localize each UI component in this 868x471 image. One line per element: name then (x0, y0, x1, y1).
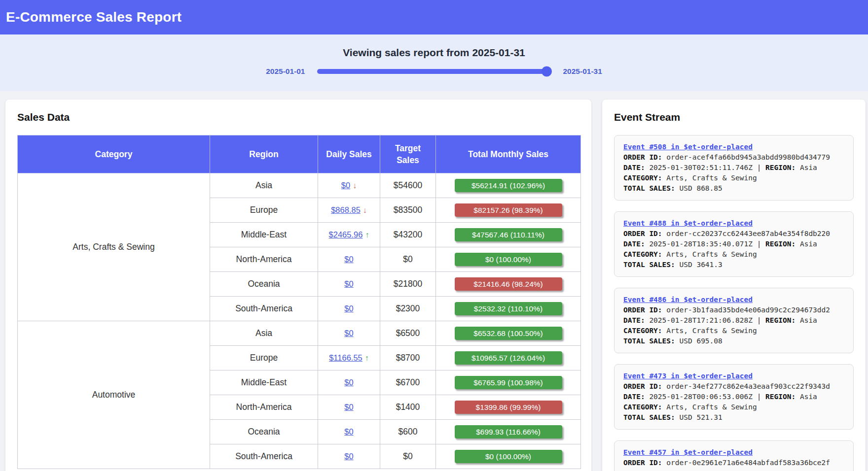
target-sales-cell: $6700 (380, 370, 436, 395)
event-field-value: order-cc20237cc62443ee87ab4e354f8db220 (662, 230, 830, 237)
target-sales-cell: $2300 (380, 297, 436, 321)
event-detail-line: TOTAL SALES: USD 695.08 (623, 336, 844, 346)
slider-end-label: 2025-01-31 (563, 67, 602, 76)
monthly-sales-cell: $21416.46 (98.24%) (436, 272, 581, 297)
event-stream-title: Event Stream (614, 111, 854, 123)
event-link[interactable]: Event #457 in $et-order-placed (623, 447, 753, 458)
daily-sales-link[interactable]: $0 (344, 255, 353, 264)
monthly-sales-badge: $699.93 (116.66%) (455, 425, 562, 438)
event-field-value: Arts, Crafts & Sewing (662, 403, 757, 411)
sales-panel: Sales Data CategoryRegionDaily SalesTarg… (5, 100, 591, 471)
monthly-sales-badge: $1399.86 (99.99%) (455, 401, 562, 414)
event-stream-panel: Event Stream Event #508 in $et-order-pla… (602, 100, 866, 471)
event-field-label: CATEGORY: (623, 250, 662, 258)
daily-sales-cell: $0 (318, 395, 380, 420)
event-field-value: Asia (796, 240, 817, 248)
event-detail-line: ORDER ID: order-acef4fa66bd945a3abdd9980… (623, 152, 844, 163)
event-field-label: CATEGORY: (623, 403, 662, 411)
event-field-value: 2025-01-28T18:35:40.071Z | (645, 240, 765, 248)
trend-down-icon: ↓ (363, 206, 367, 215)
event-field-label: CATEGORY: (623, 327, 662, 335)
category-cell: Automotive (18, 321, 210, 469)
target-sales-cell: $21800 (380, 272, 436, 297)
date-slider-thumb[interactable] (542, 67, 552, 77)
event-link[interactable]: Event #488 in $et-order-placed (623, 218, 753, 229)
monthly-sales-cell: $6765.99 (100.98%) (436, 370, 581, 395)
daily-sales-link[interactable]: $0 (344, 279, 353, 288)
target-sales-cell: $6500 (380, 321, 436, 346)
target-sales-cell: $43200 (380, 223, 436, 247)
event-detail-line: CATEGORY: Arts, Crafts & Sewing (623, 249, 844, 260)
event-field-label: DATE: (623, 393, 645, 401)
daily-sales-link[interactable]: $0 (341, 181, 350, 190)
daily-sales-cell: $868.85↓ (318, 198, 380, 223)
daily-sales-cell: $0 (318, 444, 380, 469)
daily-sales-link[interactable]: $868.85 (331, 205, 361, 214)
event-card: Event #508 in $et-order-placedORDER ID: … (614, 135, 854, 201)
column-header-1: Region (210, 135, 318, 173)
event-field-label: ORDER ID: (623, 153, 662, 161)
daily-sales-link[interactable]: $0 (344, 304, 353, 313)
event-field-label: ORDER ID: (623, 459, 662, 467)
region-cell: Oceania (210, 420, 318, 444)
date-filter-bar: Viewing sales report from 2025-01-31 202… (0, 34, 868, 91)
daily-sales-link[interactable]: $0 (344, 403, 353, 411)
trend-down-icon: ↓ (353, 181, 357, 190)
event-detail-line: DATE: 2025-01-28T18:35:40.071Z | REGION:… (623, 239, 844, 249)
region-cell: South-America (210, 297, 318, 321)
daily-sales-link[interactable]: $0 (344, 329, 353, 337)
monthly-sales-cell: $47567.46 (110.11%) (436, 223, 581, 247)
event-field-label: CATEGORY: (623, 174, 662, 182)
event-link[interactable]: Event #508 in $et-order-placed (623, 142, 753, 152)
event-detail-line: TOTAL SALES: USD 521.31 (623, 412, 844, 423)
event-link[interactable]: Event #486 in $et-order-placed (623, 295, 753, 305)
event-field-value: Arts, Crafts & Sewing (662, 327, 757, 335)
date-slider[interactable] (317, 69, 551, 74)
event-field-label: DATE: (623, 164, 645, 171)
event-field-value: USD 3641.3 (675, 261, 723, 269)
event-field-value: Arts, Crafts & Sewing (662, 250, 757, 258)
event-field-value: USD 868.85 (675, 184, 723, 192)
daily-sales-cell: $0 (318, 420, 380, 444)
column-header-3: Target Sales (380, 135, 436, 173)
event-field-label: ORDER ID: (623, 382, 662, 390)
event-detail-line: CATEGORY: Arts, Crafts & Sewing (623, 326, 844, 336)
target-sales-cell: $600 (380, 420, 436, 444)
daily-sales-link[interactable]: $0 (344, 427, 353, 436)
event-field-label: REGION: (765, 240, 796, 248)
event-detail-line: TOTAL SALES: USD 3641.3 (623, 260, 844, 270)
monthly-sales-cell: $82157.26 (98.39%) (436, 198, 581, 223)
daily-sales-link[interactable]: $2465.96 (329, 230, 363, 239)
table-row: Arts, Crafts & SewingAsia$0↓$54600$56214… (18, 173, 581, 198)
monthly-sales-cell: $0 (100.00%) (436, 444, 581, 469)
event-field-value: 2025-01-28T00:06:53.006Z | (645, 393, 765, 401)
event-detail-line: DATE: 2025-01-28T17:21:06.828Z | REGION:… (623, 315, 844, 326)
event-field-value: order-acef4fa66bd945a3abdd9980bd434779 (662, 153, 830, 161)
event-detail-line: DATE: 2025-01-30T02:51:11.746Z | REGION:… (623, 163, 844, 173)
sales-table: CategoryRegionDaily SalesTarget SalesTot… (17, 135, 581, 469)
trend-up-icon: ↑ (365, 354, 369, 363)
event-field-label: REGION: (765, 393, 796, 401)
daily-sales-link[interactable]: $1166.55 (329, 353, 362, 362)
region-cell: Middle-East (210, 370, 318, 395)
event-field-value: 2025-01-30T02:51:11.746Z | (645, 164, 765, 171)
event-detail-line: ORDER ID: order-34ef277c862e4a3eaaf903cc… (623, 381, 844, 392)
event-stream-list: Event #508 in $et-order-placedORDER ID: … (614, 135, 854, 471)
daily-sales-link[interactable]: $0 (344, 378, 353, 387)
region-cell: Europe (210, 346, 318, 370)
event-detail-line: ORDER ID: order-0e2961e71a6e484abfadf583… (623, 458, 844, 468)
monthly-sales-badge: $10965.57 (126.04%) (455, 351, 562, 365)
monthly-sales-cell: $2532.32 (110.10%) (436, 297, 581, 321)
event-field-label: TOTAL SALES: (623, 337, 675, 345)
event-link[interactable]: Event #473 in $et-order-placed (623, 371, 753, 381)
event-field-label: REGION: (765, 316, 796, 324)
app-header: E-Commerce Sales Report (0, 0, 868, 34)
event-card: Event #457 in $et-order-placedORDER ID: … (614, 440, 854, 471)
event-field-value: Arts, Crafts & Sewing (662, 174, 757, 182)
event-field-value: 2025-01-28T17:21:06.828Z | (645, 316, 765, 324)
monthly-sales-badge: $21416.46 (98.24%) (455, 277, 562, 291)
event-card: Event #473 in $et-order-placedORDER ID: … (614, 364, 854, 430)
target-sales-cell: $1400 (380, 395, 436, 420)
daily-sales-link[interactable]: $0 (344, 452, 353, 461)
monthly-sales-badge: $6765.99 (100.98%) (455, 376, 562, 389)
